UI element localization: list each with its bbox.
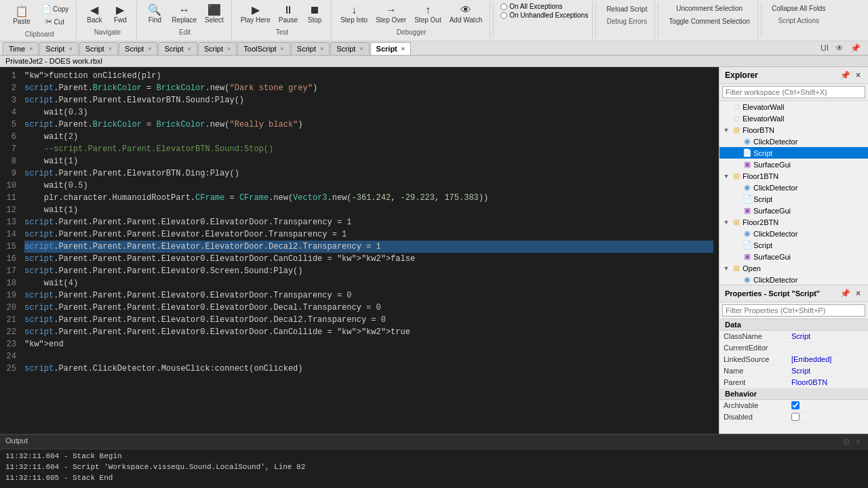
copy-button[interactable]: 📄 Copy — [38, 3, 72, 15]
explorer-pin-icon[interactable]: 📌 — [838, 70, 852, 81]
code-line[interactable]: script.Parent.BrickColor = BrickColor.ne… — [24, 119, 713, 131]
code-line[interactable]: script.Parent.Parent.Parent.Elevator0.El… — [24, 302, 713, 314]
tab-script-6-close[interactable]: × — [320, 45, 323, 52]
code-content[interactable]: "kw">function onClicked(plr) script.Pare… — [19, 67, 719, 434]
tab-script-6[interactable]: Script × — [291, 42, 330, 55]
code-line[interactable]: wait(1) — [24, 204, 713, 216]
tree-toggle[interactable] — [722, 265, 730, 272]
props-close-icon[interactable]: × — [854, 288, 863, 299]
replace-button[interactable]: ↔ Replace — [168, 3, 200, 26]
code-line[interactable]: script.Parent.Parent.Parent.Elevator0.Sc… — [24, 265, 713, 277]
tab-script-5[interactable]: Script × — [198, 42, 237, 55]
tab-toolscript[interactable]: ToolScript × — [237, 42, 290, 55]
stop-button[interactable]: ⏹ Stop — [302, 3, 327, 26]
uncomment-button[interactable]: Uncomment Selection — [665, 3, 753, 14]
tree-item-clickdetector3[interactable]: ◉ClickDetector — [719, 228, 868, 239]
prop-checkbox[interactable] — [791, 413, 800, 421]
explorer-close-icon[interactable]: × — [854, 70, 863, 81]
cut-button[interactable]: ✂ Cut — [38, 16, 72, 28]
tab-script-4[interactable]: Script × — [158, 42, 197, 55]
code-line[interactable]: "kw">function onClicked(plr) — [24, 70, 713, 82]
tree-toggle[interactable] — [722, 219, 730, 226]
prop-value[interactable] — [790, 412, 865, 422]
reload-script-button[interactable]: Reload Script — [603, 3, 650, 15]
paste-button[interactable]: 📋 Paste — [7, 4, 37, 27]
tree-item-script1[interactable]: 📄Script — [719, 147, 868, 159]
code-line[interactable]: wait(4) — [24, 277, 713, 289]
code-line[interactable]: wait(1) — [24, 155, 713, 167]
tree-item-script3[interactable]: 📄Script — [719, 239, 868, 251]
tree-item-floorbtn[interactable]: ▦FloorBTN — [719, 124, 868, 136]
prop-checkbox[interactable] — [791, 401, 800, 409]
code-line[interactable]: script.Parent.Parent.Parent.Elevator.Ele… — [24, 228, 713, 241]
tab-time[interactable]: Time × — [3, 42, 39, 55]
code-editor[interactable]: 1234567891011121314151617181920212223242… — [0, 67, 719, 434]
tab-script-3-close[interactable]: × — [148, 45, 151, 52]
select-button[interactable]: ⬛ Select — [201, 3, 227, 26]
on-all-exceptions-option[interactable]: On All Exceptions — [500, 3, 588, 10]
tab-script-1-close[interactable]: × — [68, 45, 72, 52]
tree-item-floor2btn[interactable]: ▦Floor2BTN — [719, 216, 868, 228]
tree-item-script2[interactable]: 📄Script — [719, 193, 868, 205]
tree-item-open[interactable]: ▦Open — [719, 262, 868, 274]
tab-script-2-close[interactable]: × — [108, 45, 112, 52]
tree-item-elevatorwall2[interactable]: ◻ElevatorWall — [719, 113, 868, 124]
tree-item-clickdetector4[interactable]: ◉ClickDetector — [719, 274, 868, 285]
find-button[interactable]: 🔍 Find — [142, 3, 167, 26]
code-line[interactable]: plr.character.HumanoidRootPart.CFrame = … — [24, 192, 713, 204]
code-line[interactable]: "kw">end — [24, 338, 713, 350]
collapse-all-button[interactable]: Collapse All Folds — [768, 3, 829, 14]
prop-value[interactable] — [790, 401, 865, 410]
code-line[interactable]: script.Parent.ClickDetector.MouseClick:c… — [24, 363, 713, 375]
output-close-icon[interactable]: × — [854, 436, 863, 447]
code-line[interactable]: --script.Parent.Parent.ElevatorBTN.Sound… — [24, 143, 713, 155]
code-line[interactable]: script.Parent.Parent.Parent.Elevator0.El… — [24, 326, 713, 338]
code-line[interactable]: script.Parent.Parent.Parent.Elevator0.El… — [24, 314, 713, 326]
output-settings-icon[interactable]: ⚙ — [841, 436, 852, 447]
toggle-comment-button[interactable]: Toggle Comment Selection — [665, 16, 753, 27]
tab-script-active-close[interactable]: × — [401, 45, 405, 52]
props-search-input[interactable] — [722, 304, 865, 317]
tree-item-clickdetector1[interactable]: ◉ClickDetector — [719, 136, 868, 147]
add-watch-button[interactable]: 👁 Add Watch — [446, 3, 486, 26]
step-over-button[interactable]: → Step Over — [372, 3, 410, 26]
code-line[interactable]: script.Parent.BrickColor = BrickColor.ne… — [24, 82, 713, 94]
tree-toggle[interactable] — [722, 127, 730, 134]
tab-script-5-close[interactable]: × — [227, 45, 231, 52]
code-line[interactable]: script.Parent.Parent.Parent.Elevator0.El… — [24, 216, 713, 228]
code-line[interactable]: wait(2) — [24, 131, 713, 143]
explorer-search-input[interactable] — [722, 86, 865, 98]
tree-item-elevatorwall1[interactable]: ◻ElevatorWall — [719, 101, 868, 113]
fwd-button[interactable]: ▶ Fwd — [108, 3, 132, 26]
tab-script-3[interactable]: Script × — [119, 42, 157, 55]
step-out-button[interactable]: ↑ Step Out — [411, 3, 444, 26]
tree-item-clickdetector2[interactable]: ◉ClickDetector — [719, 182, 868, 193]
pin-icon[interactable]: 📌 — [848, 43, 863, 54]
tab-toolscript-close[interactable]: × — [281, 45, 284, 52]
tree-item-surfacegui1[interactable]: ▣SurfaceGui — [719, 159, 868, 170]
tab-script-active[interactable]: Script × — [370, 42, 411, 55]
play-button[interactable]: ▶ Play Here — [237, 3, 274, 26]
tab-script-4-close[interactable]: × — [188, 45, 191, 52]
on-unhandled-option[interactable]: On Unhandled Exceptions — [500, 12, 588, 19]
eye-icon[interactable]: 👁 — [833, 43, 846, 54]
code-line[interactable]: wait(0.5) — [24, 180, 713, 192]
code-line[interactable]: script.Parent.Parent.Parent.Elevator.Ele… — [24, 241, 713, 253]
tab-time-close[interactable]: × — [29, 45, 33, 52]
tree-toggle[interactable] — [722, 173, 730, 180]
code-line[interactable]: wait(0.3) — [24, 106, 713, 119]
code-line[interactable] — [24, 350, 713, 363]
tree-item-surfacegui2[interactable]: ▣SurfaceGui — [719, 205, 868, 216]
tree-item-floor1btn[interactable]: ▦Floor1BTN — [719, 170, 868, 182]
step-into-button[interactable]: ↓ Step Into — [337, 3, 371, 26]
code-line[interactable]: script.Parent.Parent.Parent.Elevator0.El… — [24, 289, 713, 302]
props-pin-icon[interactable]: 📌 — [838, 288, 852, 299]
code-line[interactable]: script.Parent.Parent.ElevatorBTN.Sound:P… — [24, 94, 713, 106]
code-line[interactable]: script.Parent.Parent.Parent.Elevator0.El… — [24, 253, 713, 265]
tab-script-7-close[interactable]: × — [359, 45, 363, 52]
tab-script-2[interactable]: Script × — [79, 42, 118, 55]
tab-script-7[interactable]: Script × — [330, 42, 369, 55]
tree-item-surfacegui3[interactable]: ▣SurfaceGui — [719, 251, 868, 262]
tab-script-1[interactable]: Script × — [39, 42, 78, 55]
code-line[interactable]: script.Parent.Parent.ElevatorBTN.Ding:Pl… — [24, 167, 713, 180]
